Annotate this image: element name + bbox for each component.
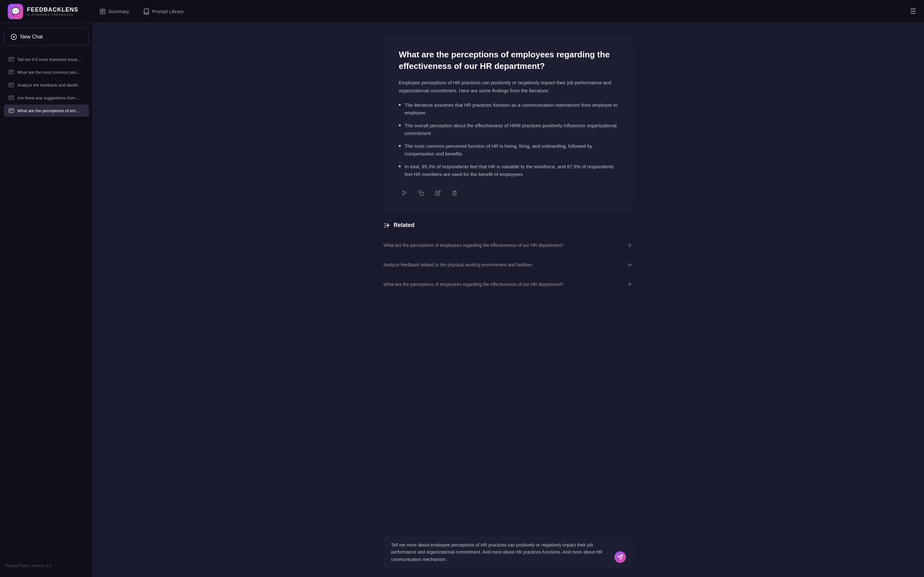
chat-item-text: What are the perceptions of em... <box>17 108 79 113</box>
summary-label: Summary <box>108 9 129 14</box>
bullet-text: The literature assumes that HR practices… <box>405 101 618 117</box>
bullet-text: The overall perception about the effecti… <box>405 122 618 137</box>
input-area <box>364 530 653 577</box>
chat-item[interactable]: Analyze the feedback and identif... <box>4 79 89 91</box>
chat-item[interactable]: What are the most common pos... <box>4 66 89 78</box>
action-bar <box>399 187 618 199</box>
related-header: Related <box>383 222 634 229</box>
bullet-dot <box>399 104 401 106</box>
chat-history: Tell me 4-5 most important issue... What… <box>4 53 89 117</box>
top-navigation: 💬 FEEDBACKLENS AI-POWERED FEEDBACKS Summ… <box>0 0 924 23</box>
bullet-item: In total, 95.3% of respondents feel that… <box>399 163 618 178</box>
bullet-item: The overall perception about the effecti… <box>399 122 618 137</box>
related-items: What are the perceptions of employees re… <box>383 235 634 294</box>
expand-icon <box>626 261 634 269</box>
logo-area: 💬 FEEDBACKLENS AI-POWERED FEEDBACKS <box>8 4 78 19</box>
svg-marker-22 <box>403 191 407 195</box>
expand-icon <box>626 242 634 249</box>
related-label: Related <box>394 222 415 229</box>
svg-rect-23 <box>421 192 424 195</box>
new-chat-button[interactable]: New Chat <box>4 28 89 45</box>
summary-icon <box>99 8 106 15</box>
related-item-text: Analyze feedback related to the physical… <box>383 262 533 268</box>
nav-summary[interactable]: Summary <box>94 6 135 17</box>
chat-history-icon <box>8 69 14 75</box>
delete-button[interactable] <box>449 187 460 199</box>
chat-history-icon <box>8 56 14 62</box>
play-button[interactable] <box>399 187 410 199</box>
plus-circle-icon <box>11 34 17 40</box>
related-item[interactable]: Analyze feedback related to the physical… <box>383 255 634 274</box>
chat-item-text: Tell me 4-5 most important issue... <box>17 57 81 62</box>
bullet-item: The literature assumes that HR practices… <box>399 101 618 117</box>
response-title: What are the perceptions of employees re… <box>399 49 618 72</box>
chat-item-text: Are there any suggestions from ... <box>17 95 80 100</box>
chat-item[interactable]: What are the perceptions of em... <box>4 105 89 117</box>
bullet-list: The literature assumes that HR practices… <box>399 101 618 178</box>
bullet-dot <box>399 145 401 147</box>
logo-icon: 💬 <box>8 4 23 19</box>
response-card: What are the perceptions of employees re… <box>383 36 634 211</box>
related-item[interactable]: What are the perceptions of employees re… <box>383 235 634 255</box>
related-item[interactable]: What are the perceptions of employees re… <box>383 274 634 294</box>
related-section: Related What are the perceptions of empl… <box>383 222 634 294</box>
footer-text: Privacy Policy | Version 1.0 <box>5 564 52 568</box>
bullet-dot <box>399 124 401 126</box>
input-box <box>383 535 634 569</box>
chat-history-icon <box>8 95 14 101</box>
response-intro: Employee perceptions of HR practices can… <box>399 79 618 95</box>
main-wrapper: What are the perceptions of employees re… <box>93 23 924 577</box>
hamburger-icon: ☰ <box>910 7 916 15</box>
related-item-text: What are the perceptions of employees re… <box>383 282 564 287</box>
chat-item-text: What are the most common pos... <box>17 70 80 75</box>
related-item-text: What are the perceptions of employees re… <box>383 243 564 248</box>
brand-sub: AI-POWERED FEEDBACKS <box>27 13 78 16</box>
related-icon <box>383 222 391 229</box>
chat-area: What are the perceptions of employees re… <box>364 23 653 530</box>
edit-icon <box>435 190 441 196</box>
chat-history-icon <box>8 108 14 113</box>
expand-icon <box>626 280 634 288</box>
new-chat-label: New Chat <box>20 34 43 40</box>
prompt-library-label: Prompt Library <box>152 9 184 14</box>
chat-history-icon <box>8 82 14 88</box>
main-content: What are the perceptions of employees re… <box>93 23 924 577</box>
chat-input[interactable] <box>391 542 611 563</box>
bullet-item: The most common perceived function of HR… <box>399 142 618 158</box>
logo-text: FEEDBACKLENS AI-POWERED FEEDBACKS <box>27 6 78 16</box>
nav-links: Summary Prompt Library <box>94 6 190 17</box>
layout: New Chat Tell me 4-5 most important issu… <box>0 23 924 577</box>
send-icon <box>617 554 623 560</box>
trash-icon <box>452 190 457 196</box>
bullet-dot <box>399 165 401 167</box>
bullet-text: The most common perceived function of HR… <box>405 142 618 158</box>
copy-button[interactable] <box>415 187 427 199</box>
edit-button[interactable] <box>432 187 444 199</box>
chat-item-text: Analyze the feedback and identif... <box>17 83 81 87</box>
sidebar-footer: Privacy Policy | Version 1.0 <box>4 560 89 572</box>
menu-button[interactable]: ☰ <box>910 7 916 16</box>
chat-item[interactable]: Tell me 4-5 most important issue... <box>4 53 89 65</box>
chat-item[interactable]: Are there any suggestions from ... <box>4 92 89 104</box>
prompt-library-icon <box>143 8 150 15</box>
nav-prompt-library[interactable]: Prompt Library <box>137 6 189 17</box>
send-button[interactable] <box>614 551 626 563</box>
bullet-text: In total, 95.3% of respondents feel that… <box>405 163 618 178</box>
brand-name: FEEDBACKLENS <box>27 6 78 13</box>
copy-icon <box>418 190 424 196</box>
sidebar: New Chat Tell me 4-5 most important issu… <box>0 23 93 577</box>
play-icon <box>402 190 407 196</box>
